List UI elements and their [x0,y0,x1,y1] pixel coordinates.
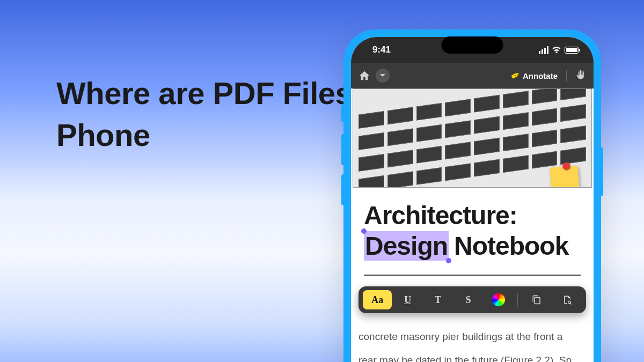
document-title: Architecture: Design Notebook [351,188,594,265]
home-icon[interactable] [358,70,370,82]
copy-icon [532,295,541,305]
sticky-note-annotation[interactable] [550,166,579,188]
color-picker-button[interactable] [484,290,513,309]
wifi-icon [552,46,561,54]
hand-tool-icon[interactable] [575,69,586,83]
highlight-button[interactable]: Aa [363,290,392,309]
title-rule [364,275,581,276]
phone-side-button [341,105,345,122]
copy-button[interactable] [522,290,551,309]
body-line: concrete masonry pier buildings at the f… [358,325,586,349]
text-style-button[interactable]: T [423,290,452,309]
format-toolbar: Aa U T S [358,286,586,313]
annotate-button[interactable]: ✏ Annotate [511,70,558,82]
phone-mockup: 9:41 ✏ Annotate [343,29,601,362]
phone-volume-down [341,174,345,205]
status-time: 9:41 [372,45,391,55]
building-photo [353,88,592,188]
pin-icon [562,162,570,170]
signal-icon [539,46,548,54]
strikethrough-button[interactable]: S [453,290,482,309]
toolbar-divider [566,70,567,82]
chevron-down-icon [379,73,386,78]
color-wheel-icon [492,293,505,306]
dropdown-button[interactable] [376,69,390,83]
phone-notch [442,36,503,54]
phone-volume-up [341,134,345,165]
title-rest: Notebook [454,231,568,261]
body-line: rear may be dated in the future (Figure … [358,349,586,362]
document-content: Architecture: Design Notebook Aa U T S [351,88,594,362]
title-line-1: Architecture: [364,201,581,230]
format-divider [517,293,518,307]
search-in-doc-icon [562,295,572,305]
status-icons [539,46,579,54]
app-toolbar: ✏ Annotate [351,63,594,88]
battery-icon [565,47,579,54]
phone-screen: 9:41 ✏ Annotate [351,37,594,362]
annotate-label: Annotate [523,71,558,80]
phone-power-button [600,147,603,196]
search-button[interactable] [553,290,582,309]
underline-button[interactable]: U [393,290,422,309]
marker-icon: ✏ [509,69,522,83]
highlighted-selection[interactable]: Design [364,231,449,261]
document-body: concrete masonry pier buildings at the f… [351,313,594,362]
